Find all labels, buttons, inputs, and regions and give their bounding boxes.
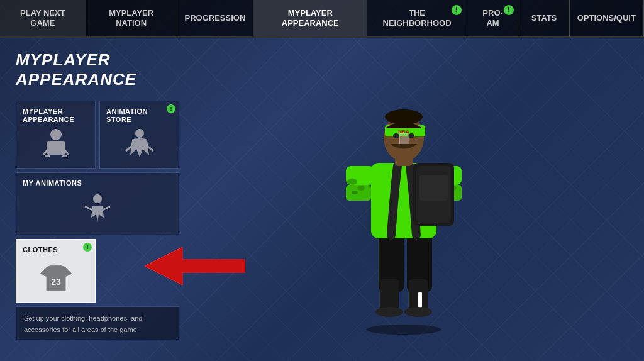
neighborhood-notify-dot: !	[452, 5, 462, 15]
svg-rect-36	[419, 175, 448, 201]
svg-point-22	[404, 307, 432, 317]
svg-point-10	[93, 194, 102, 203]
nav-item-pro-am[interactable]: ! Pro-Am	[467, 0, 519, 36]
menu-item-clothes[interactable]: ! Clothes 23	[16, 239, 96, 302]
svg-rect-20	[418, 292, 422, 308]
nav-item-progression[interactable]: Progression	[177, 0, 254, 36]
jersey-icon: 23	[23, 258, 89, 296]
svg-point-15	[366, 325, 441, 335]
svg-point-42	[408, 133, 414, 138]
nav-item-the-neighborhood[interactable]: ! The Neighborhood	[367, 0, 467, 36]
animation-store-notify: !	[167, 104, 175, 113]
player-figure: NBA	[316, 65, 492, 336]
svg-point-7	[135, 129, 144, 138]
description-text: Set up your clothing, headphones, and ac…	[24, 314, 142, 333]
menu-item-animation-store[interactable]: ! Animation Store	[99, 101, 179, 169]
svg-point-27	[357, 186, 365, 191]
red-arrow-svg	[145, 244, 245, 288]
nav-item-myplayer-nation[interactable]: MyPLAYER Nation	[86, 0, 177, 36]
nav-bar: Play Next Game MyPLAYER Nation Progressi…	[0, 0, 644, 38]
svg-point-21	[375, 307, 403, 317]
animation-icon	[106, 127, 172, 162]
nav-item-stats[interactable]: Stats	[519, 0, 570, 36]
left-panel: MyPLAYER APPEARANCE MyPLAYER Appearance	[16, 50, 179, 348]
proam-notify-dot: !	[504, 5, 514, 15]
svg-line-12	[103, 206, 110, 210]
nav-item-myplayer-appearance[interactable]: MyPLAYER Appearance	[253, 0, 367, 36]
svg-point-0	[50, 129, 62, 140]
player-area: NBA	[179, 50, 628, 348]
svg-rect-5	[62, 155, 67, 157]
page-title: MyPLAYER APPEARANCE	[16, 50, 179, 89]
svg-line-11	[85, 206, 92, 210]
svg-rect-4	[45, 155, 50, 157]
menu-item-my-animations[interactable]: My Animations	[16, 172, 179, 235]
arrow-container	[145, 244, 245, 291]
nav-item-options-quit[interactable]: Options/Quit	[570, 0, 644, 36]
svg-rect-18	[380, 279, 399, 311]
svg-point-28	[352, 191, 358, 194]
svg-point-44	[385, 109, 423, 125]
animation2-icon	[23, 191, 172, 229]
svg-marker-14	[145, 247, 245, 285]
clothes-notify: !	[83, 243, 92, 252]
svg-text:23: 23	[51, 277, 61, 287]
main-content: MyPLAYER APPEARANCE MyPLAYER Appearance	[0, 38, 644, 361]
menu-item-myplayer-appearance[interactable]: MyPLAYER Appearance	[16, 101, 96, 169]
player-icon	[23, 127, 89, 162]
nav-item-play-next-game[interactable]: Play Next Game	[0, 0, 86, 36]
description-bar: Set up your clothing, headphones, and ac…	[16, 306, 179, 340]
svg-point-26	[347, 179, 357, 185]
svg-point-41	[393, 133, 399, 138]
